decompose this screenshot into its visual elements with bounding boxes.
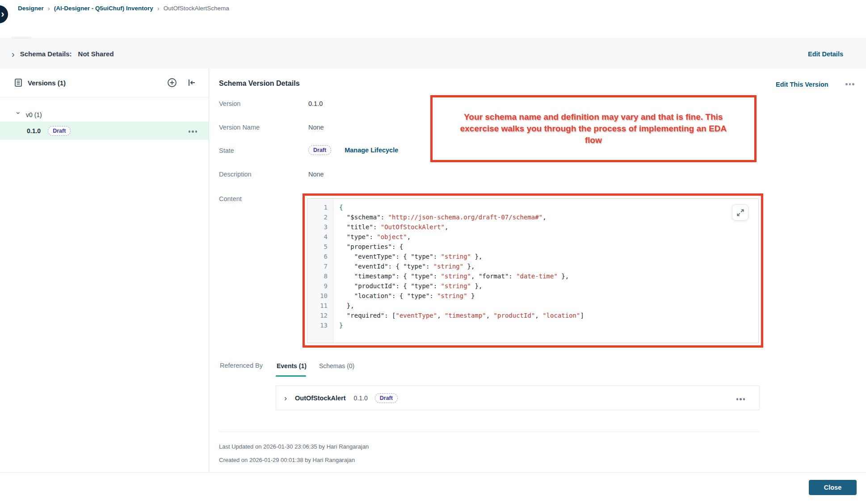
breadcrumb: Designer › (AI-Designer - Q5uiChuf) Inve… [18, 0, 229, 16]
footer-divider [0, 472, 866, 473]
state-field-label: State [219, 147, 234, 154]
code-editor[interactable]: 12345678910111213 { "$schema": "http://j… [307, 198, 759, 343]
edit-this-version-link[interactable]: Edit This Version [776, 81, 828, 88]
code-line: "eventId": { "type": "string" }, [339, 261, 758, 271]
code-line: "title": "OutOfStockAlert", [339, 222, 758, 232]
code-line-numbers: 12345678910111213 [307, 199, 333, 343]
code-line: "properties": { [339, 242, 758, 252]
description-field-value: None [308, 171, 324, 178]
close-button[interactable]: Close [809, 480, 857, 495]
draft-state-badge: Draft [48, 126, 71, 136]
chevron-right-icon: › [1, 9, 4, 19]
view-tab-row: OutOfStockAlertSchema [0, 16, 866, 38]
code-lines: { "$schema": "http://json-schema.org/dra… [334, 199, 758, 343]
draft-state-badge: Draft [308, 145, 331, 155]
schema-content-highlight-box: 12345678910111213 { "$schema": "http://j… [303, 193, 763, 348]
manage-lifecycle-link[interactable]: Manage Lifecycle [345, 147, 398, 154]
active-tab-underline [276, 375, 306, 377]
referenced-by-label: Referenced By [220, 362, 263, 369]
line-number: 6 [307, 252, 333, 261]
chevron-down-icon: › [14, 112, 23, 118]
versions-sidebar: Versions (1) › v0 (1) 0.1.0 Draft [0, 68, 209, 472]
version-group-label: v0 (1) [26, 111, 42, 118]
version-details-menu-button[interactable] [844, 80, 856, 88]
line-number: 13 [307, 320, 333, 330]
line-number: 4 [307, 232, 333, 242]
description-field-label: Description [219, 171, 252, 178]
breadcrumb-current: OutOfStockAlertSchema [164, 5, 229, 12]
breadcrumb-designer[interactable]: Designer [18, 5, 44, 12]
versions-list-icon [13, 78, 23, 88]
annotation-callout: Your schema name and definition may vary… [430, 95, 757, 162]
expand-editor-button[interactable] [732, 204, 748, 221]
draft-state-badge: Draft [375, 393, 398, 403]
code-line: "productId": { "type": "string" }, [339, 281, 758, 291]
version-group-v0[interactable]: › v0 (1) [0, 108, 209, 122]
plus-circle-icon [167, 77, 177, 88]
schema-details-bar: › Schema Details: Not Shared Edit Detail… [0, 38, 866, 68]
line-number: 8 [307, 271, 333, 281]
version-row-selected[interactable]: 0.1.0 Draft [0, 122, 209, 140]
version-name-field-label: Version Name [219, 124, 260, 131]
expand-icon [736, 208, 745, 217]
section-divider [219, 432, 760, 432]
version-number: 0.1.0 [27, 127, 41, 134]
code-line: "$schema": "http://json-schema.org/draft… [339, 212, 758, 222]
code-line: "required": ["eventType", "timestamp", "… [339, 311, 758, 320]
line-number: 7 [307, 261, 333, 271]
code-line: } [339, 320, 758, 330]
referenced-tabs: Events (1) Schemas (0) [276, 359, 355, 373]
code-line: "location": { "type": "string" } [339, 291, 758, 301]
version-actions-menu-button[interactable] [187, 128, 199, 135]
content-field-label: Content [219, 195, 242, 202]
version-field-value: 0.1.0 [308, 100, 323, 107]
event-version: 0.1.0 [354, 395, 368, 402]
breadcrumb-separator-icon: › [48, 4, 50, 12]
code-line: }, [339, 301, 758, 311]
code-line: "timestamp": { "type": "string", "format… [339, 271, 758, 281]
line-number: 10 [307, 291, 333, 301]
line-number: 11 [307, 301, 333, 311]
version-field-label: Version [219, 100, 240, 107]
collapse-left-icon [186, 77, 197, 88]
code-line: { [339, 202, 758, 212]
version-name-field-value: None [308, 124, 324, 131]
code-line: "eventType": { "type": "string" }, [339, 252, 758, 261]
breadcrumb-separator-icon: › [157, 4, 160, 12]
section-title: Schema Version Details [219, 80, 300, 88]
created-text: Created on 2026-01-29 00:01:38 by Hari R… [219, 457, 355, 463]
expand-details-chevron-icon[interactable]: › [12, 50, 15, 59]
tab-events[interactable]: Events (1) [276, 362, 307, 370]
edit-details-link[interactable]: Edit Details [808, 50, 843, 58]
collapse-panel-button[interactable] [186, 77, 197, 88]
annotation-text: Your schema name and definition may vary… [459, 111, 727, 146]
line-number: 1 [307, 202, 333, 212]
versions-title: Versions (1) [28, 68, 66, 97]
state-field-row: Draft Manage Lifecycle [308, 145, 398, 155]
breadcrumb-application[interactable]: (AI-Designer - Q5uiChuf) Inventory [54, 5, 153, 12]
line-number: 3 [307, 222, 333, 232]
versions-header: Versions (1) [0, 68, 209, 97]
breadcrumb-bar: Designer › (AI-Designer - Q5uiChuf) Inve… [0, 0, 866, 16]
add-version-button[interactable] [167, 77, 177, 88]
code-line: "type": "object", [339, 232, 758, 242]
event-actions-menu-button[interactable] [735, 395, 747, 403]
referenced-event-row[interactable]: › OutOfStockAlert 0.1.0 Draft [276, 386, 760, 410]
shared-status: Not Shared [78, 50, 114, 58]
line-number: 5 [307, 242, 333, 252]
event-name: OutOfStockAlert [295, 395, 346, 402]
expand-event-chevron-icon[interactable]: › [284, 394, 287, 402]
tab-schemas[interactable]: Schemas (0) [318, 362, 355, 370]
last-updated-text: Last Updated on 2026-01-30 23:06:35 by H… [219, 443, 369, 450]
line-number: 9 [307, 281, 333, 291]
schema-details-label: Schema Details: [20, 50, 72, 58]
line-number: 2 [307, 212, 333, 222]
line-number: 12 [307, 311, 333, 320]
